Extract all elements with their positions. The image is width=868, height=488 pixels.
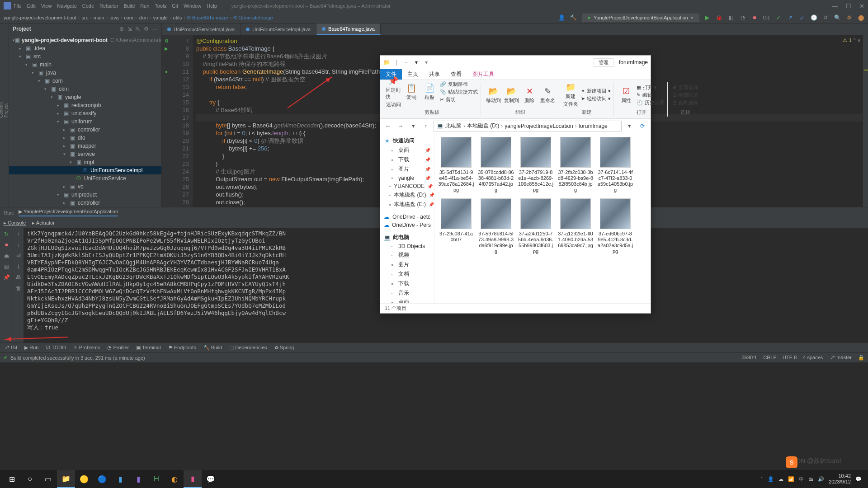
menu-code[interactable]: Code xyxy=(82,3,94,9)
forward-button[interactable]: → xyxy=(396,122,406,129)
tree-item[interactable]: ⒾUniForumService xyxy=(9,174,161,183)
editor-tab[interactable]: UniForumServiceImpl.java xyxy=(241,23,316,35)
rename-button[interactable]: ✎重命名 xyxy=(540,86,555,104)
menu-view[interactable]: View xyxy=(41,3,52,9)
error-stripe[interactable] xyxy=(863,35,868,207)
nav-item[interactable]: ▫3D Objects xyxy=(382,242,432,250)
copy-path-button[interactable]: 🔗 复制路径 xyxy=(440,81,478,88)
file-item[interactable]: 37-ed60bc97-89e5-4c2b-8c3d-a2a02e3c9d5a.… xyxy=(597,198,633,254)
toolwindow-problems[interactable]: ⚠ Problems xyxy=(73,345,100,351)
tree-root[interactable]: ▾▣yangle-project-development-bootC:\User… xyxy=(9,36,161,44)
minimize-button[interactable]: — xyxy=(832,3,838,9)
run-toolbar-2[interactable]: ↑ ↓ ⏎ ⤓ 🖶 🗑 xyxy=(13,228,24,343)
run-icon[interactable]: ▶ xyxy=(704,14,711,21)
menu-build[interactable]: Build xyxy=(124,3,135,9)
manage-tab[interactable]: 管理 xyxy=(594,58,613,67)
left-toolwindow-tabs[interactable]: ProjectCommit xyxy=(0,23,9,207)
path-segment[interactable]: forumImage xyxy=(579,123,608,129)
menu-help[interactable]: Help xyxy=(207,3,217,9)
pin-quickaccess-button[interactable]: 📌固定到快速访问 xyxy=(386,76,401,108)
status-cell[interactable]: CRLF xyxy=(763,355,776,361)
easy-access-button[interactable]: ➤ 轻松访问 ▾ xyxy=(581,95,611,102)
main-menu[interactable]: FileEditViewNavigateCodeRefactorBuildRun… xyxy=(14,3,222,9)
menu-git[interactable]: Git xyxy=(172,3,178,9)
nav-item[interactable]: ▫YUANCODE📌 xyxy=(382,182,432,190)
nav-onedrive[interactable]: ☁OneDrive - Pers xyxy=(382,221,432,229)
tree-item[interactable]: ▸▣controller xyxy=(9,199,161,207)
nav-item[interactable]: ▫图片📌 xyxy=(382,164,432,174)
file-item[interactable]: 35-5d75d131-9e45-4f1a-be54-39ae78a12684.… xyxy=(438,137,474,193)
git-history-icon[interactable]: 🕘 xyxy=(810,14,817,21)
coverage-icon[interactable]: ◧ xyxy=(727,14,735,21)
start-button[interactable]: ⊞ xyxy=(3,470,21,488)
nav-item[interactable]: ▫桌面📌 xyxy=(382,145,432,155)
tree-item[interactable]: ⒸUniForumServiceImpl xyxy=(9,166,161,174)
tree-item[interactable]: ▸▣vo xyxy=(9,183,161,191)
bottom-toolwindow-bar[interactable]: ⎇ Git▶ Run☑ TODO⚠ Problems◔ Profiler▣ Te… xyxy=(0,343,868,352)
editor-tabs[interactable]: UniProductServiceImpl.javaUniForumServic… xyxy=(162,23,868,35)
breadcrumb-item[interactable]: src xyxy=(82,15,89,20)
nav-item[interactable]: ▫视频 xyxy=(382,250,432,260)
editor-tab[interactable]: UniProductServiceImpl.java xyxy=(162,23,241,35)
toolwindow-todo[interactable]: ☑ TODO xyxy=(46,345,66,351)
git-pull-icon[interactable]: ↙ xyxy=(798,14,806,21)
menu-edit[interactable]: Edit xyxy=(27,3,36,9)
path-segment[interactable]: 此电脑 xyxy=(445,122,462,130)
delete-button[interactable]: ✕删除 xyxy=(522,86,537,104)
new-folder-button[interactable]: 📁新建文件夹 xyxy=(563,82,578,108)
profile-icon[interactable]: ◔ xyxy=(739,14,746,21)
breadcrumb-link[interactable]: © GenerateImage xyxy=(233,15,273,20)
search-button[interactable]: ○ xyxy=(21,470,39,488)
tree-item[interactable]: ▾▣uniforum xyxy=(9,117,161,126)
toolwindow-spring[interactable]: ✿ Spring xyxy=(274,345,294,351)
toolwindow-git[interactable]: ⎇ Git xyxy=(4,345,17,351)
breadcrumb-item[interactable]: yangle-project-development-boot xyxy=(4,15,76,20)
user-icon[interactable]: 👤 xyxy=(558,14,566,21)
file-item[interactable]: 35-078ccdd8-8638-4881-b83d-24f07657ad42.… xyxy=(478,137,514,193)
project-toolbar[interactable]: ⊕⇲⇱⚙— xyxy=(119,26,158,32)
toolwindow-profiler[interactable]: ◔ Profiler xyxy=(107,345,129,351)
tree-item[interactable]: ▾▣ckm xyxy=(9,85,161,93)
breadcrumb-item[interactable]: main xyxy=(94,15,104,20)
history-button[interactable]: 🕘 历史记录 xyxy=(637,99,665,106)
toolwindow-terminal[interactable]: ▣ Terminal xyxy=(136,345,160,351)
ide-settings-icon[interactable]: ⚙ xyxy=(845,14,853,21)
explorer-files-pane[interactable]: 35-5d75d131-9e45-4f1a-be54-39ae78a12684.… xyxy=(434,133,651,303)
ime-badge[interactable]: S xyxy=(786,456,797,468)
breadcrumb-item[interactable]: ckm xyxy=(139,15,148,20)
file-item[interactable]: 37-a1232fe1-ff01-4080-b2da-5369853ca9c7.… xyxy=(557,198,594,254)
status-cell[interactable]: 4 spaces xyxy=(803,355,823,361)
git-commit-icon[interactable]: ✓ xyxy=(775,14,782,21)
nav-item[interactable]: ▫图片 xyxy=(382,260,432,269)
qat-props-icon[interactable]: ▫ xyxy=(403,59,410,66)
menu-run[interactable]: Run xyxy=(140,3,149,9)
breadcrumb-item[interactable]: com xyxy=(124,15,133,20)
app-icon-4[interactable]: 💬 xyxy=(202,470,220,488)
task-view-button[interactable]: ▭ xyxy=(39,470,57,488)
menu-tools[interactable]: Tools xyxy=(155,3,166,9)
gutter-icons[interactable]: ⚙▶● xyxy=(162,35,171,207)
taskbar-clock[interactable]: 10:422023/9/12 xyxy=(829,473,851,485)
tree-item[interactable]: ▾▣uniproduct xyxy=(9,191,161,199)
explorer-address-bar[interactable]: ← → ▾ ↑ 💻 此电脑 › 本地磁盘 (D:) › yangleProjec… xyxy=(380,119,651,133)
copy-button[interactable]: 📋复制 xyxy=(404,83,419,101)
nav-item[interactable]: ▫下载📌 xyxy=(382,155,432,164)
debug-icon[interactable]: 🐞 xyxy=(716,14,723,21)
select-none-button[interactable]: ⊟ 全部取消 xyxy=(672,92,698,99)
nav-item[interactable]: ▫本地磁盘 (E:)📌 xyxy=(382,200,432,209)
explorer-nav-pane[interactable]: ★快速访问▫桌面📌▫下载📌▫图片📌▫yangle📌▫YUANCODE📌▫本地磁盘… xyxy=(380,133,434,303)
tree-item[interactable]: ▾▣src xyxy=(9,52,161,61)
tree-item[interactable]: ▸▣uniclassify xyxy=(9,109,161,117)
explorer-ribbon[interactable]: 📌固定到快速访问 📋复制 📄粘贴 🔗 复制路径 📎 粘贴快捷方式 ✂ 剪切 剪贴… xyxy=(380,80,651,119)
windows-taskbar[interactable]: ⊞ ○ ▭ 📁 🟡 🔵 ▮ ▮ H ◐ ▮ 💬 ˄ 👤 ☁ 📶 中 🖮 🔊 10… xyxy=(0,470,868,488)
cut-button[interactable]: ✂ 剪切 xyxy=(440,96,478,103)
nav-item[interactable]: ▫yangle📌 xyxy=(382,174,432,182)
app-icon-1[interactable]: ▮ xyxy=(129,470,147,488)
build-hammer-icon[interactable]: 🔨 xyxy=(570,14,577,21)
nav-item[interactable]: ▫文档 xyxy=(382,269,432,279)
app-icon-3[interactable]: ◐ xyxy=(165,470,184,488)
file-item[interactable]: 37-2b7d7919-8e1e-4acb-8269-106e858c412e.… xyxy=(518,137,554,193)
breadcrumb-item[interactable]: yangle xyxy=(153,15,168,20)
tree-item[interactable]: ▾▣com xyxy=(9,77,161,85)
recent-button[interactable]: ▾ xyxy=(408,122,418,129)
